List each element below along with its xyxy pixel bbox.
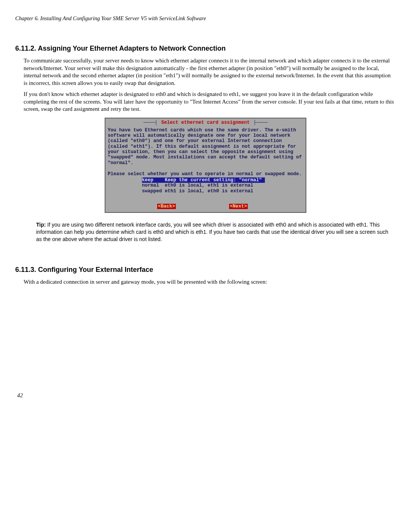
page-number: 42 <box>17 392 396 399</box>
option-key: swapped <box>142 189 162 194</box>
option-key: keep <box>142 177 162 183</box>
chapter-header: Chapter 6. Installing And Configuring Yo… <box>15 15 396 22</box>
body-paragraph: With a dedicated connection in server an… <box>15 278 396 286</box>
terminal-option-keep[interactable]: keep Keep the current setting: "normal" <box>142 177 303 183</box>
body-paragraph: If you don't know which ethernet adapter… <box>15 91 396 113</box>
option-desc: Keep the current setting: "normal" <box>162 177 265 183</box>
tip-text: If you are using two different network i… <box>36 222 388 242</box>
page-container: Chapter 6. Installing And Configuring Yo… <box>0 0 411 414</box>
terminal-box: ────┤ Select ethernet card assignment ├─… <box>105 118 306 213</box>
back-button[interactable]: <Back> <box>157 204 176 209</box>
title-bracket-right: ├──── <box>253 120 268 125</box>
body-paragraph: To communicate successfully, your server… <box>15 57 396 87</box>
option-desc: eth0 is local, eth1 is external <box>162 183 253 188</box>
terminal-title-row: ────┤ Select ethernet card assignment ├─… <box>108 120 303 125</box>
option-desc: eth1 is local, eth0 is external <box>162 189 253 194</box>
tip-label: Tip: <box>36 222 46 228</box>
terminal-option-normal[interactable]: normal eth0 is local, eth1 is external <box>142 183 303 188</box>
terminal-option-swapped[interactable]: swapped eth1 is local, eth0 is external <box>142 189 303 194</box>
next-button[interactable]: <Next> <box>229 204 248 209</box>
tip-block: Tip: If you are using two different netw… <box>15 221 396 243</box>
terminal-options: keep Keep the current setting: "normal" … <box>142 177 303 194</box>
terminal-message: You have two Ethernet cards which use th… <box>108 128 303 177</box>
section-heading-6-11-2: 6.11.2. Assigning Your Ethernet Adapters… <box>15 45 396 53</box>
option-key: normal <box>142 183 162 188</box>
section-heading-6-11-3: 6.11.3. Configuring Your External Interf… <box>15 266 396 274</box>
terminal-screenshot: ────┤ Select ethernet card assignment ├─… <box>15 118 396 213</box>
terminal-buttons: <Back> <Next> <box>108 204 303 209</box>
title-bracket-left: ────┤ <box>143 120 158 125</box>
terminal-title: Select ethernet card assignment <box>158 120 253 125</box>
